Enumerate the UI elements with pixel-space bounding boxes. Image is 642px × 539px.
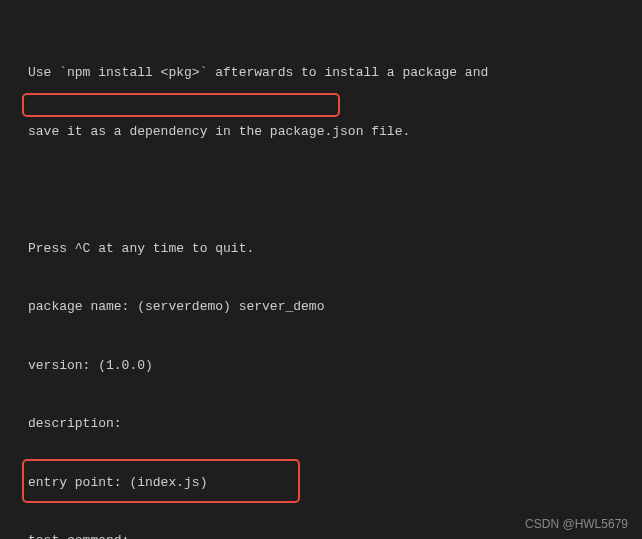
- watermark: CSDN @HWL5679: [525, 515, 628, 533]
- intro-line-1: Use `npm install <pkg>` afterwards to in…: [28, 63, 622, 83]
- prompt-version: version: (1.0.0): [28, 356, 622, 376]
- intro-line-2: save it as a dependency in the package.j…: [28, 122, 622, 142]
- blank-line: [28, 180, 622, 200]
- quit-hint: Press ^C at any time to quit.: [28, 239, 622, 259]
- terminal-output[interactable]: Use `npm install <pkg>` afterwards to in…: [28, 24, 622, 539]
- prompt-package-name: package name: (serverdemo) server_demo: [28, 297, 622, 317]
- prompt-description: description:: [28, 414, 622, 434]
- prompt-entry-point: entry point: (index.js): [28, 473, 622, 493]
